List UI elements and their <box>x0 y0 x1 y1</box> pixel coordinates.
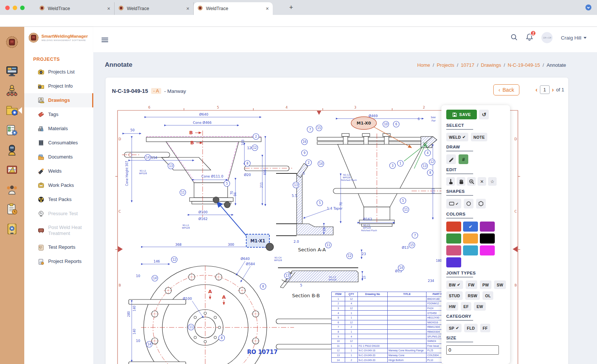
color-swatch-3a9440[interactable] <box>446 233 461 244</box>
drawing-label: 23 <box>362 252 366 256</box>
svg-text:13: 13 <box>285 274 289 277</box>
nav-item-projects-list[interactable]: Projects List <box>24 65 93 79</box>
nav-item-test-packs[interactable]: Test Packs <box>24 192 93 207</box>
joint-type-fw-button[interactable]: FW <box>466 280 477 289</box>
shape-rectangle-button[interactable]: ✔ <box>446 199 461 208</box>
nav-item-drawings[interactable]: Drawings <box>24 93 93 107</box>
tab-close-icon[interactable]: ✕ <box>107 6 110 11</box>
edit-tool-star-button[interactable]: ☆ <box>488 177 497 186</box>
browser-tab-3[interactable]: WeldTrace ✕ <box>194 2 273 15</box>
weld-annotation-m1x1[interactable]: M1-X1 <box>213 197 274 251</box>
back-button[interactable]: ‹ Back <box>493 84 519 95</box>
color-swatch-d6432b[interactable] <box>446 222 461 232</box>
rail-item-task-list-icon[interactable] <box>6 124 18 136</box>
shape-hexagon-button[interactable] <box>476 199 486 208</box>
nav-item-project-reports[interactable]: Project Reports <box>24 255 93 269</box>
maximize-window-button[interactable] <box>20 6 25 10</box>
rail-item-projects-folder-icon[interactable] <box>6 104 18 117</box>
breadcrumb-10717[interactable]: 10717 <box>461 62 474 68</box>
search-icon[interactable] <box>510 34 518 42</box>
download-status-icon[interactable] <box>585 4 592 12</box>
select-weld-button[interactable]: WELD✔ <box>446 133 468 141</box>
joint-type-ew-button[interactable]: EW <box>474 302 486 311</box>
draw-tool-pencil-button[interactable] <box>446 154 456 164</box>
page-number-input[interactable] <box>540 85 550 94</box>
nav-item-test-reports[interactable]: Test Reports <box>24 241 93 255</box>
joint-type-ol-button[interactable]: OL <box>482 291 493 300</box>
rail-item-org-chart-icon[interactable] <box>6 84 18 97</box>
user-menu[interactable]: Craig Hill <box>561 35 587 41</box>
nav-item-pressure-test[interactable]: Pressure Test <box>24 207 93 221</box>
new-tab-button[interactable]: + <box>289 4 293 11</box>
callout-balloon-1: 1 <box>397 160 403 166</box>
joint-type-hw-button[interactable]: HW <box>446 302 458 311</box>
color-swatch-d0537f[interactable] <box>446 245 461 255</box>
edit-tool-zoom-in-button[interactable] <box>467 177 476 186</box>
notifications-bell-icon[interactable]: 2 <box>526 33 533 42</box>
draw-tool-hash-button[interactable]: # <box>459 154 468 164</box>
brand-logo[interactable]: SmartWeldingManager WELDING MANAGEMENT S… <box>24 27 93 47</box>
undo-button[interactable]: ↺ <box>479 110 489 119</box>
rail-item-teams-icon[interactable] <box>6 183 18 196</box>
nav-item-post-weld-heat-treatment[interactable]: Post Weld Heat Treatment <box>24 221 93 241</box>
nav-item-documents[interactable]: Documents <box>24 150 93 164</box>
joint-type-rsw-button[interactable]: RSW <box>465 291 480 300</box>
avatar[interactable]: 128 x 128 <box>541 32 553 43</box>
save-button[interactable]: SAVE <box>446 110 477 119</box>
menu-toggle-icon[interactable] <box>101 37 108 43</box>
color-swatch-000000[interactable] <box>480 233 495 244</box>
color-swatch-5633d9[interactable] <box>446 257 461 267</box>
prev-page-icon[interactable]: ‹ <box>535 87 538 93</box>
rail-item-equipment-icon[interactable] <box>6 223 18 235</box>
rail-item-welder-icon[interactable] <box>6 144 18 156</box>
close-window-button[interactable] <box>5 6 10 10</box>
nav-item-welds[interactable]: Welds <box>24 164 93 178</box>
edit-tool-delete-button[interactable]: ✕ <box>478 177 486 186</box>
rail-item-drawing-tools-icon[interactable] <box>6 163 18 176</box>
color-swatch-ee2bee[interactable] <box>480 245 495 255</box>
documents-icon <box>38 154 44 160</box>
joint-type-bw-button[interactable]: BW✔ <box>446 280 463 289</box>
color-swatch-38a6cf[interactable] <box>463 245 478 255</box>
breadcrumb-n-c-19-049-15[interactable]: N-C-19-049-15 <box>508 62 540 68</box>
category-sp-button[interactable]: SP✔ <box>446 324 462 332</box>
next-page-icon[interactable]: › <box>552 87 554 93</box>
select-note-button[interactable]: NOTE <box>471 133 487 141</box>
breadcrumb-drawings[interactable]: Drawings <box>481 62 501 68</box>
edit-tool-hand-button[interactable] <box>457 177 465 186</box>
svg-text:7: 7 <box>414 234 416 237</box>
nav-item-materials[interactable]: Materials <box>24 122 93 136</box>
breadcrumb-projects[interactable]: Projects <box>437 62 454 68</box>
color-swatch-9b27af[interactable] <box>480 222 495 232</box>
nav-item-project-info[interactable]: Project Info <box>24 79 93 93</box>
nav-item-label: Project Reports <box>48 258 82 264</box>
drafting-icon <box>38 97 44 104</box>
drawing-label: B <box>119 283 121 287</box>
joint-type-stud-button[interactable]: STUD <box>446 291 463 300</box>
nav-item-consumables[interactable]: Consumables <box>24 136 93 150</box>
breadcrumb-home[interactable]: Home <box>417 62 430 68</box>
edit-tool-pointer-button[interactable] <box>446 177 455 186</box>
window-controls[interactable] <box>5 6 25 10</box>
category-fld-button[interactable]: FLD <box>464 324 477 332</box>
browser-tab-1[interactable]: WeldTrace ✕ <box>35 2 115 15</box>
nav-item-tags[interactable]: Tags <box>24 107 93 122</box>
category-ff-button[interactable]: FF <box>480 324 490 332</box>
joint-type-ef-button[interactable]: EF <box>461 302 471 311</box>
tab-close-icon[interactable]: ✕ <box>266 6 269 11</box>
rail-logo-icon[interactable] <box>6 36 18 48</box>
joint-type-pw-button[interactable]: PW <box>480 280 492 289</box>
chart-doc-icon <box>38 258 44 265</box>
nav-item-work-packs[interactable]: Work Packs <box>24 178 93 192</box>
joint-type-sw-button[interactable]: SW <box>494 280 506 289</box>
size-input[interactable] <box>446 345 499 355</box>
color-swatch-f5a233[interactable] <box>463 233 478 244</box>
browser-tab-2[interactable]: WeldTrace ✕ <box>115 2 194 15</box>
rail-item-planner-icon[interactable] <box>6 203 18 216</box>
minimize-window-button[interactable] <box>13 6 17 10</box>
rail-item-dashboard-icon[interactable] <box>6 65 18 77</box>
color-swatch-3a6fd8[interactable]: ✔ <box>463 222 478 232</box>
shape-circle-button[interactable] <box>464 199 473 208</box>
tab-close-icon[interactable]: ✕ <box>186 6 190 11</box>
svg-text:13: 13 <box>169 164 173 168</box>
